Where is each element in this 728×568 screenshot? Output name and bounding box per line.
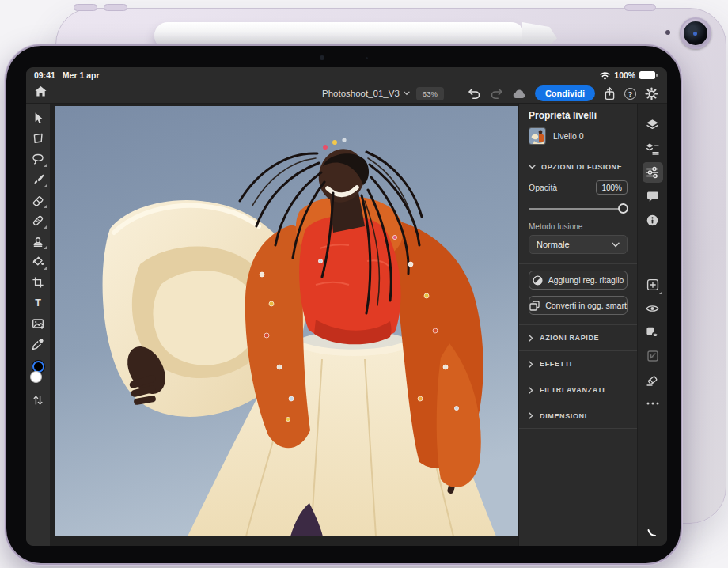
comments-icon[interactable]: [643, 186, 663, 206]
zoom-level-badge[interactable]: 63%: [416, 87, 444, 100]
adjustment-icon: [533, 275, 543, 286]
corner-gesture-indicator[interactable]: [647, 528, 657, 537]
add-clipping-adjustment-button[interactable]: Aggiungi reg. ritaglio: [529, 271, 628, 290]
undo-icon[interactable]: [468, 88, 481, 99]
canvas-workspace[interactable]: [50, 104, 518, 546]
front-sensor: [366, 57, 368, 59]
properties-icon[interactable]: [643, 162, 663, 183]
cloud-sync-icon[interactable]: [512, 89, 526, 99]
blend-mode-label: Metodo fusione: [529, 222, 628, 231]
status-bar: 09:41 Mer 1 apr 100%: [26, 67, 667, 83]
export-icon[interactable]: [604, 87, 616, 100]
opacity-value[interactable]: 100%: [596, 180, 628, 195]
section-dimensions[interactable]: DIMENSIONI: [519, 403, 637, 429]
type-tool[interactable]: T: [32, 297, 44, 309]
layer-properties-panel: Proprietà livelli Livello 0 OPZIONI DI F…: [518, 104, 637, 546]
screen: 09:41 Mer 1 apr 100%: [26, 67, 667, 546]
layer-thumbnail: [529, 127, 546, 145]
redo-icon[interactable]: [490, 88, 503, 99]
fill-tool[interactable]: [32, 256, 44, 268]
chevron-right-icon: [529, 361, 533, 368]
crop-tool[interactable]: [32, 276, 44, 289]
marketing-stage: 09:41 Mer 1 apr 100%: [0, 0, 728, 568]
clock: 09:41: [34, 70, 55, 80]
compact-layers-icon[interactable]: [643, 138, 663, 159]
volume-button: [104, 4, 127, 11]
date: Mer 1 apr: [63, 70, 100, 80]
volume-button: [74, 4, 97, 11]
lasso-tool[interactable]: [32, 153, 44, 165]
settings-gear-icon[interactable]: [645, 87, 658, 100]
transform-tool[interactable]: [32, 132, 44, 145]
wifi-icon: [600, 71, 610, 80]
panel-title: Proprietà livelli: [529, 110, 628, 121]
rear-camera: [680, 17, 711, 49]
visibility-icon[interactable]: [643, 298, 663, 319]
tools-toolbar: T: [26, 104, 50, 546]
app-toolbar: Photoshoot_01_V3 63% Condividi: [26, 83, 667, 104]
clone-stamp-tool[interactable]: [32, 235, 44, 248]
section-quick-actions[interactable]: AZIONI RAPIDE: [519, 324, 637, 350]
chevron-right-icon: [529, 412, 533, 419]
chevron-right-icon: [529, 335, 533, 342]
chevron-right-icon: [529, 387, 533, 394]
share-button[interactable]: Condividi: [535, 85, 595, 101]
blend-mode-dropdown[interactable]: Normale: [529, 235, 628, 254]
healing-brush-tool[interactable]: [32, 214, 44, 227]
slider-knob[interactable]: [618, 203, 628, 214]
swap-colors-button[interactable]: [32, 394, 44, 407]
move-tool[interactable]: [32, 112, 44, 124]
camera-lens: [684, 21, 707, 45]
convert-smart-object-button[interactable]: Converti in ogg. smart: [529, 296, 628, 315]
right-rail: [637, 104, 667, 546]
add-layer-icon[interactable]: [643, 275, 663, 295]
layer-visibility-options-icon[interactable]: [643, 322, 663, 343]
top-button: [624, 4, 656, 11]
background-color-swatch[interactable]: [30, 371, 42, 383]
smart-object-icon: [529, 301, 540, 311]
blend-options-header[interactable]: OPZIONI DI FUSIONE: [529, 163, 628, 171]
battery-icon: [639, 71, 658, 79]
chevron-down-icon: [612, 242, 620, 248]
lens-glint: [693, 32, 697, 36]
microphone-dot: [665, 30, 670, 35]
section-effects[interactable]: EFFETTI: [519, 350, 637, 377]
help-icon[interactable]: ?: [624, 88, 636, 100]
place-embedded-icon[interactable]: [643, 346, 663, 366]
eraser-tool[interactable]: [32, 194, 44, 206]
canvas-photo[interactable]: [55, 106, 518, 536]
chevron-down-icon: [529, 165, 536, 169]
chevron-down-icon: [404, 91, 410, 96]
opacity-label: Opacità: [529, 183, 557, 192]
collapsed-sections: AZIONI RAPIDE EFFETTI FILTRI AVANZATI: [519, 324, 637, 429]
color-swatches[interactable]: [28, 361, 47, 386]
battery-percent: 100%: [614, 70, 635, 80]
layers-icon[interactable]: [643, 115, 663, 135]
info-icon[interactable]: [643, 210, 663, 230]
opacity-slider[interactable]: [529, 203, 628, 214]
layer-name: Livello 0: [553, 131, 584, 141]
cleanup-icon[interactable]: [643, 369, 663, 390]
place-photo-tool[interactable]: [32, 317, 44, 330]
section-smart-filters[interactable]: FILTRI AVANZATI: [519, 377, 637, 403]
home-icon[interactable]: [34, 85, 47, 97]
ipad-device: 09:41 Mer 1 apr 100%: [5, 44, 682, 565]
document-title[interactable]: Photoshoot_01_V3: [322, 89, 410, 98]
front-camera: [320, 55, 324, 60]
eyedropper-tool[interactable]: [32, 338, 44, 350]
brush-tool[interactable]: [32, 173, 44, 186]
more-options-icon[interactable]: [643, 393, 663, 414]
layer-row[interactable]: Livello 0: [529, 127, 628, 153]
